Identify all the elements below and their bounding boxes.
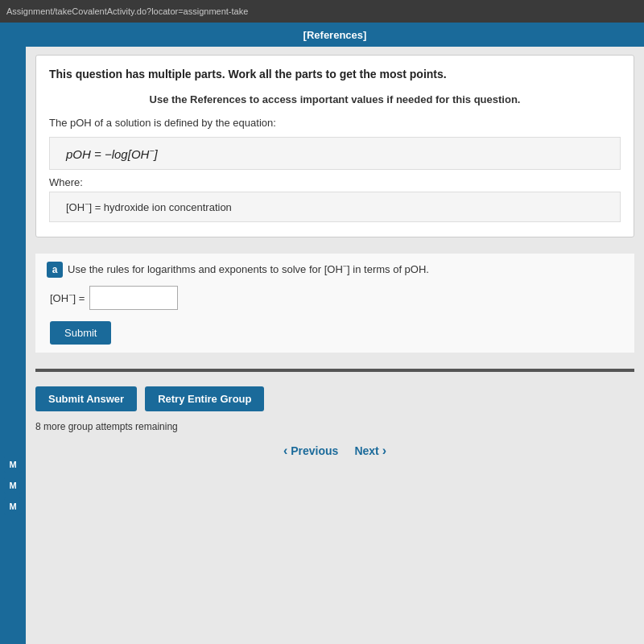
left-sidebar: M M M: [0, 23, 26, 644]
submit-button[interactable]: Submit: [50, 321, 111, 345]
retry-entire-group-button[interactable]: Retry Entire Group: [145, 386, 264, 411]
part-a-question-text: Use the rules for logarithms and exponen…: [68, 262, 623, 278]
formula-text: pOH = −log[OH−]: [66, 147, 158, 161]
previous-label: Previous: [291, 444, 338, 457]
references-label: [References]: [303, 29, 367, 41]
definition-text: [OH−] = hydroxide ion concentration: [66, 201, 232, 213]
next-button[interactable]: Next ›: [354, 444, 386, 458]
navigation-buttons: ‹ Previous Next ›: [26, 444, 644, 458]
m-badge-2: M: [4, 477, 22, 494]
where-label: Where:: [49, 176, 621, 188]
answer-input[interactable]: [89, 286, 178, 310]
part-a-question: a Use the rules for logarithms and expon…: [47, 262, 623, 278]
part-a-section: a Use the rules for logarithms and expon…: [35, 254, 634, 353]
question-card: This question has multiple parts. Work a…: [35, 55, 634, 237]
attempts-text: 8 more group attempts remaining: [35, 421, 634, 432]
browser-url: Assignment/takeCovalentActivity.do?locat…: [6, 6, 248, 16]
references-bar[interactable]: [References]: [26, 23, 644, 47]
next-chevron-icon: ›: [382, 444, 386, 458]
sidebar-m-badges: M M M: [4, 456, 22, 515]
question-title: This question has multiple parts. Work a…: [49, 67, 621, 83]
previous-button[interactable]: ‹ Previous: [283, 444, 338, 458]
bottom-buttons: Submit Answer Retry Entire Group: [35, 386, 634, 411]
m-badge-1: M: [4, 456, 22, 473]
next-label: Next: [354, 444, 378, 457]
references-note: Use the References to access important v…: [49, 93, 621, 107]
part-a-label: a: [47, 262, 63, 278]
answer-label: [OH−] =: [50, 291, 85, 304]
m-badge-3: M: [4, 497, 22, 515]
previous-chevron-icon: ‹: [283, 444, 287, 458]
definition-box: [OH−] = hydroxide ion concentration: [49, 192, 621, 222]
formula-box: pOH = −log[OH−]: [49, 137, 621, 170]
submit-answer-button[interactable]: Submit Answer: [35, 386, 137, 411]
definition-intro: The pOH of a solution is defined by the …: [49, 117, 621, 129]
divider: [35, 369, 634, 372]
answer-row: [OH−] =: [50, 286, 623, 310]
content-area: [References] 🎧 ? This question has multi…: [26, 23, 644, 644]
